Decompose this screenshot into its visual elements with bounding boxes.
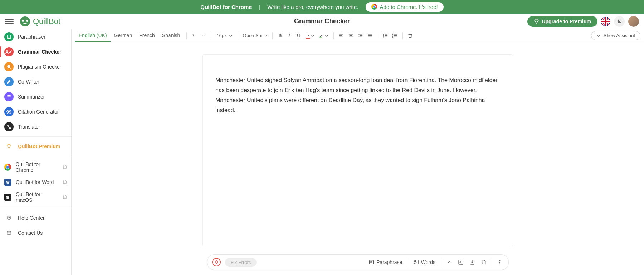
svg-point-2 <box>8 65 10 68</box>
sidebar-item-plagiarism-checker[interactable]: Plagiarism Checker <box>0 59 71 74</box>
sidebar-item-label: Summarizer <box>18 94 45 100</box>
user-avatar[interactable] <box>628 16 639 27</box>
chevron-double-left-icon <box>596 33 601 38</box>
hamburger-menu-button[interactable] <box>5 18 14 25</box>
highlight-select[interactable] <box>317 33 331 38</box>
sidebar-item-co-writer[interactable]: Co-Writer <box>0 74 71 89</box>
align-center-button[interactable] <box>346 31 356 40</box>
show-assistant-label: Show Assistant <box>604 33 635 38</box>
lang-tab-spanish[interactable]: Spanish <box>158 29 184 42</box>
svg-point-18 <box>499 263 500 264</box>
sidebar-item-label: Paraphraser <box>18 34 45 40</box>
brand-name: QuillBot <box>33 17 60 26</box>
download-button[interactable] <box>469 259 476 266</box>
svg-point-7 <box>384 35 384 36</box>
numbered-list-icon: 123 <box>392 33 397 38</box>
sidebar-item-premium[interactable]: QuillBot Premium <box>0 139 71 154</box>
page-title: Grammar Checker <box>294 18 350 25</box>
sidebar-ext-label: QuillBot for macOS <box>16 191 58 203</box>
copy-button[interactable] <box>480 259 487 266</box>
italic-button[interactable]: I <box>285 31 294 40</box>
logo-icon <box>20 16 30 26</box>
lang-tab-french[interactable]: French <box>136 29 158 42</box>
show-assistant-button[interactable]: Show Assistant <box>591 31 640 40</box>
font-size-select[interactable]: 16px <box>214 33 234 38</box>
language-flag-uk[interactable] <box>601 17 610 26</box>
sidebar-premium-label: QuillBot Premium <box>18 144 60 149</box>
svg-rect-5 <box>319 38 322 38</box>
editor-bottom-bar: 0 Fix Errors Paraphrase 51 Words <box>207 254 509 270</box>
undo-icon <box>192 33 197 38</box>
sidebar-item-help[interactable]: Help Center <box>0 210 71 225</box>
sidebar-item-label: Co-Writer <box>18 79 39 85</box>
stats-button[interactable] <box>457 259 464 266</box>
sidebar-item-label: Citation Generator <box>18 109 59 115</box>
editor-content[interactable]: Manchester United signed Sofyan Amrabat … <box>215 75 500 115</box>
lang-tab-english-uk-[interactable]: English (UK) <box>75 29 111 42</box>
sidebar: ParaphraserA✓Grammar CheckerPlagiarism C… <box>0 29 72 275</box>
moon-icon <box>617 19 622 24</box>
popout-icon <box>63 195 67 199</box>
lang-tab-german[interactable]: German <box>111 29 136 42</box>
word-count-value: 51 Words <box>414 259 435 265</box>
align-justify-button[interactable] <box>366 31 375 40</box>
sidebar-item-citation-generator[interactable]: 99Citation Generator <box>0 104 71 119</box>
trash-icon <box>408 33 413 38</box>
chevron-down-icon <box>325 34 328 38</box>
align-left-button[interactable] <box>337 31 346 40</box>
paraphrase-button[interactable]: Paraphrase <box>367 259 404 265</box>
sidebar-ext-word[interactable]: WQuillBot for Word <box>0 176 71 189</box>
align-right-button[interactable] <box>356 31 365 40</box>
text-color-select[interactable]: A <box>303 32 317 39</box>
error-count-badge[interactable]: 0 <box>212 258 221 266</box>
sidebar-ext-chrome[interactable]: QuillBot for Chrome <box>0 159 71 176</box>
sidebar-ext-label: QuillBot for Word <box>16 179 54 185</box>
svg-point-16 <box>499 260 500 261</box>
undo-button[interactable] <box>190 31 199 40</box>
bullet-list-icon <box>383 33 388 38</box>
bullet-list-button[interactable] <box>381 31 390 40</box>
bold-icon: B <box>278 33 282 39</box>
delete-button[interactable] <box>406 31 415 40</box>
align-left-icon <box>338 33 344 38</box>
fix-errors-button[interactable]: Fix Errors <box>225 258 257 267</box>
banner-tagline: Write like a pro, everywhere you write. <box>268 4 358 10</box>
upgrade-premium-button[interactable]: Upgrade to Premium <box>527 16 597 27</box>
popout-icon <box>63 165 67 169</box>
sidebar-ext-macos[interactable]: ⌘QuillBot for macOS <box>0 189 71 206</box>
translate-icon <box>4 122 14 131</box>
brand-logo[interactable]: QuillBot <box>20 16 60 26</box>
sidebar-ext-label: QuillBot for Chrome <box>15 161 58 173</box>
collapse-button[interactable] <box>446 259 453 266</box>
sidebar-item-summarizer[interactable]: Summarizer <box>0 89 71 104</box>
sidebar-item-label: Plagiarism Checker <box>18 64 61 70</box>
editor-document[interactable]: Manchester United signed Sofyan Amrabat … <box>202 54 513 246</box>
sidebar-item-grammar-checker[interactable]: A✓Grammar Checker <box>0 44 71 59</box>
diamond-icon <box>4 142 14 151</box>
grammar-icon: A✓ <box>4 47 14 56</box>
svg-point-6 <box>384 34 384 35</box>
citation-icon: 99 <box>4 107 14 116</box>
numbered-list-button[interactable]: 123 <box>390 31 400 40</box>
text-color-icon: A <box>306 32 310 39</box>
bold-button[interactable]: B <box>275 31 285 40</box>
sidebar-help-label: Help Center <box>18 215 45 221</box>
more-menu-button[interactable] <box>496 259 503 266</box>
add-to-chrome-button[interactable]: Add to Chrome. It's free! <box>366 2 444 12</box>
sidebar-item-paraphraser[interactable]: Paraphraser <box>0 29 71 44</box>
chevron-down-icon <box>229 34 233 38</box>
main-area: English (UK)GermanFrenchSpanish 16px Ope… <box>72 29 644 275</box>
chevron-down-icon <box>311 34 314 38</box>
dark-mode-toggle[interactable] <box>614 16 625 27</box>
redo-button[interactable] <box>199 31 208 40</box>
summarizer-icon <box>4 92 14 101</box>
sidebar-item-label: Grammar Checker <box>18 49 61 55</box>
font-family-select[interactable]: Open San... <box>241 33 269 38</box>
highlight-icon <box>319 33 324 38</box>
paraphrase-icon <box>4 32 14 41</box>
sidebar-item-translator[interactable]: Translator <box>0 119 71 134</box>
underline-button[interactable]: U <box>294 31 303 40</box>
sidebar-item-contact[interactable]: Contact Us <box>0 225 71 240</box>
svg-point-17 <box>499 262 500 262</box>
bar-chart-icon <box>458 259 464 265</box>
